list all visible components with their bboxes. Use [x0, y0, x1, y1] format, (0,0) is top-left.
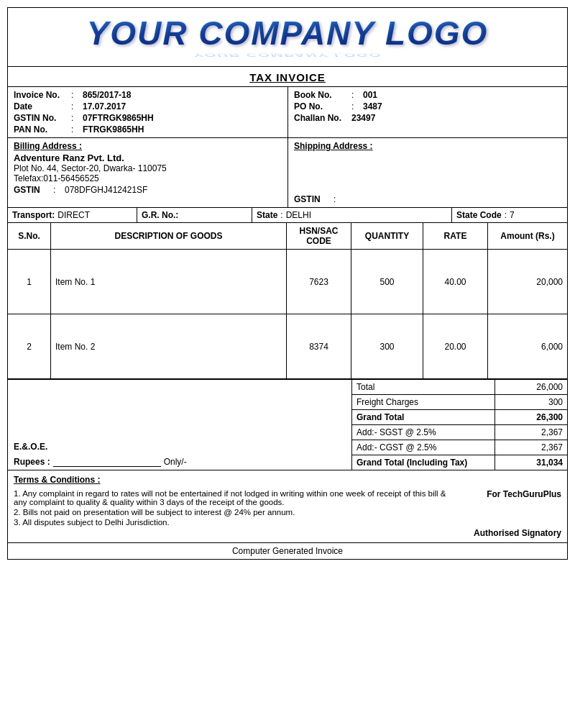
gr-label: G.R. No.:	[142, 210, 178, 220]
sgst-label: Add:- SGST @ 2.5%	[352, 425, 495, 440]
state-code-cell: State Code : 7	[452, 208, 567, 222]
th-hsn: HSN/SAC CODE	[287, 223, 351, 249]
total-label: Total	[352, 380, 495, 394]
th-quantity: QUANTITY	[351, 223, 423, 249]
billing-title: Billing Address :	[14, 141, 282, 151]
terms-item-2: 2. Bills not paid on presentation will b…	[14, 508, 446, 517]
td-amount-2: 6,000	[488, 314, 567, 378]
invoice-meta: Invoice No. : 865/2017-18 Date : 17.07.2…	[8, 86, 567, 137]
meta-right: Book No. : 001 PO No. : 3487 Challan No.…	[288, 87, 567, 137]
logo-reflection: YOUR COMPANY LOGO	[15, 52, 560, 58]
for-company-section: For TechGuruPlus Authorised Signatory	[446, 488, 561, 538]
company-logo: YOUR COMPANY LOGO	[87, 14, 489, 53]
book-value: 001	[363, 90, 377, 100]
grand-total-tax-label: Grand Total (Including Tax)	[352, 455, 495, 470]
td-desc-1: Item No. 1	[51, 250, 287, 314]
th-amount: Amount (Rs.)	[488, 223, 567, 249]
invoice-number-value: 865/2017-18	[83, 90, 131, 100]
table-header: S.No. DESCRIPTION OF GOODS HSN/SAC CODE …	[8, 223, 567, 250]
freight-value: 300	[495, 395, 567, 409]
shipping-address: Shipping Address : GSTIN :	[288, 138, 567, 207]
th-description: DESCRIPTION OF GOODS	[51, 223, 287, 249]
td-sno-2: 2	[8, 314, 51, 378]
billing-gstin-label: GSTIN	[14, 185, 53, 195]
logo-section: YOUR COMPANY LOGO YOUR COMPANY LOGO	[8, 8, 567, 66]
po-row: PO No. : 3487	[294, 101, 561, 112]
challan-value: 23497	[351, 113, 375, 123]
address-section: Billing Address : Adventure Ranz Pvt. Lt…	[8, 137, 567, 207]
state-cell: State : DELHI	[252, 208, 452, 222]
freight-label: Freight Charges	[352, 395, 495, 409]
total-row-grand: Grand Total 26,300	[352, 410, 567, 425]
billing-gstin-row: GSTIN : 078DFGHJ412421SF	[14, 185, 282, 195]
pan-value: FTRGK9865HH	[83, 124, 144, 135]
footer-section: Computer Generated Invoice	[8, 542, 567, 559]
grand-total-label: Grand Total	[352, 410, 495, 424]
td-sno-1: 1	[8, 250, 51, 314]
sgst-value: 2,367	[495, 425, 567, 440]
gstin-label: GSTIN No.	[14, 113, 71, 123]
pan-row: PAN No. : FTRGK9865HH	[14, 124, 282, 135]
shipping-gstin-label: GSTIN	[294, 194, 334, 204]
terms-item-1: 1. Any complaint in regard to rates will…	[14, 489, 446, 506]
td-rate-2: 20.00	[423, 314, 488, 378]
rupees-row: Rupees : Only/-	[14, 456, 346, 467]
th-rate: RATE	[423, 223, 488, 249]
gr-cell: G.R. No.:	[137, 208, 252, 222]
table-row: 2 Item No. 2 8374 300 20.00 6,000	[8, 314, 567, 379]
items-table: S.No. DESCRIPTION OF GOODS HSN/SAC CODE …	[8, 222, 567, 379]
td-desc-2: Item No. 2	[51, 314, 287, 378]
billing-company: Adventure Ranz Pvt. Ltd.	[14, 153, 282, 163]
rupees-line	[53, 456, 161, 467]
transport-value: DIRECT	[58, 210, 90, 220]
total-row-grand-tax: Grand Total (Including Tax) 31,034	[352, 455, 567, 470]
gstin-row: GSTIN No. : 07FTRGK9865HH	[14, 112, 282, 124]
footer-text: Computer Generated Invoice	[232, 546, 343, 556]
transport-cell: Transport: DIRECT	[8, 208, 137, 222]
terms-title: Terms & Conditions :	[14, 475, 561, 485]
totals-section: E.&.O.E. Rupees : Only/- Total 26,000 Fr…	[8, 379, 567, 470]
po-value: 3487	[363, 101, 382, 112]
invoice-number-row: Invoice No. : 865/2017-18	[14, 89, 282, 101]
state-code-value: 7	[510, 210, 515, 220]
billing-address2: Telefax:011-56456525	[14, 173, 282, 183]
for-company: For TechGuruPlus	[446, 488, 561, 499]
state-label: State	[257, 210, 277, 220]
invoice-title-section: TAX INVOICE	[8, 66, 567, 86]
rupees-suffix: Only/-	[164, 457, 187, 467]
total-row-total: Total 26,000	[352, 380, 567, 395]
td-rate-1: 40.00	[423, 250, 488, 314]
td-qty-2: 300	[351, 314, 423, 378]
eoe-text: E.&.O.E.	[14, 442, 346, 452]
cgst-value: 2,367	[495, 440, 567, 455]
total-value: 26,000	[495, 380, 567, 394]
invoice-container: YOUR COMPANY LOGO YOUR COMPANY LOGO TAX …	[7, 7, 568, 560]
terms-item-3: 3. All disputes subject to Delhi Jurisdi…	[14, 518, 446, 527]
meta-left: Invoice No. : 865/2017-18 Date : 17.07.2…	[8, 87, 288, 137]
total-row-sgst: Add:- SGST @ 2.5% 2,367	[352, 425, 567, 440]
terms-body: 1. Any complaint in regard to rates will…	[14, 488, 561, 538]
shipping-title: Shipping Address :	[294, 141, 561, 151]
terms-text: 1. Any complaint in regard to rates will…	[14, 488, 446, 528]
td-hsn-1: 7623	[287, 250, 351, 314]
date-row: Date : 17.07.2017	[14, 101, 282, 112]
billing-address: Billing Address : Adventure Ranz Pvt. Lt…	[8, 138, 288, 207]
state-value: DELHI	[286, 210, 311, 220]
terms-items: 1. Any complaint in regard to rates will…	[14, 489, 446, 527]
terms-section: Terms & Conditions : 1. Any complaint in…	[8, 470, 567, 542]
book-label: Book No.	[294, 90, 351, 100]
state-code-label: State Code	[456, 210, 502, 220]
th-sno: S.No.	[8, 223, 51, 249]
auth-signatory: Authorised Signatory	[446, 528, 561, 538]
date-value: 17.07.2017	[83, 101, 126, 112]
book-row: Book No. : 001	[294, 89, 561, 101]
invoice-number-label: Invoice No.	[14, 90, 71, 100]
totals-right: Total 26,000 Freight Charges 300 Grand T…	[351, 380, 567, 470]
td-qty-1: 500	[351, 250, 423, 314]
total-row-cgst: Add:- CGST @ 2.5% 2,367	[352, 440, 567, 455]
billing-gstin-value: 078DFGHJ412421SF	[65, 185, 147, 195]
total-row-freight: Freight Charges 300	[352, 395, 567, 410]
transport-row: Transport: DIRECT G.R. No.: State : DELH…	[8, 207, 567, 222]
totals-left: E.&.O.E. Rupees : Only/-	[8, 380, 351, 470]
table-row: 1 Item No. 1 7623 500 40.00 20,000	[8, 250, 567, 314]
